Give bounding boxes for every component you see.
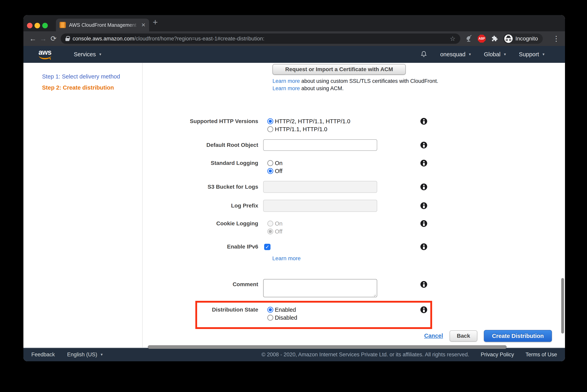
radio-icon[interactable] bbox=[267, 160, 273, 166]
standard-logging-off-option[interactable]: Off bbox=[267, 167, 282, 175]
cookie-logging-off-option: Off bbox=[267, 228, 282, 236]
chevron-down-icon: ▼ bbox=[542, 52, 545, 56]
radio-selected-icon[interactable] bbox=[267, 307, 273, 313]
tab-close-icon[interactable]: ✕ bbox=[141, 22, 146, 28]
field-label: S3 Bucket for Logs bbox=[143, 183, 258, 191]
info-icon[interactable] bbox=[420, 184, 427, 190]
tab-strip: AWS CloudFront Management ✕ + bbox=[24, 15, 565, 31]
create-distribution-button[interactable]: Create Distribution bbox=[484, 330, 552, 342]
comment-textarea[interactable] bbox=[263, 279, 377, 297]
field-label: Cookie Logging bbox=[143, 220, 258, 228]
aws-footer: Feedback English (US) ▼ © 2008 - 2020, A… bbox=[24, 348, 565, 361]
cancel-link[interactable]: Cancel bbox=[419, 332, 448, 340]
aws-navbar: aws Services ▼ onesquad ▼ Global ▼ Suppo… bbox=[24, 46, 565, 63]
address-bar[interactable]: console.aws.amazon.com /cloudfront/home?… bbox=[61, 34, 460, 44]
bookmark-star-icon[interactable]: ☆ bbox=[450, 35, 455, 42]
reload-icon[interactable]: ⟳ bbox=[48, 35, 59, 42]
info-icon[interactable] bbox=[420, 220, 427, 227]
standard-logging-on-option[interactable]: On bbox=[267, 159, 283, 167]
horizontal-scrollbar[interactable] bbox=[148, 345, 507, 349]
info-icon[interactable] bbox=[420, 142, 427, 148]
copyright-text: © 2008 - 2020, Amazon Internet Services … bbox=[261, 352, 469, 358]
http11-radio-option[interactable]: HTTP/1.1, HTTP/1.0 bbox=[267, 125, 327, 133]
aws-logo[interactable]: aws bbox=[39, 49, 53, 60]
sidebar-step-1-link[interactable]: Step 1: Select delivery method bbox=[42, 73, 142, 80]
default-root-object-input[interactable] bbox=[263, 139, 377, 151]
incognito-spy-icon bbox=[504, 34, 513, 43]
satellite-extension-icon[interactable] bbox=[465, 35, 472, 42]
chevron-down-icon: ▼ bbox=[468, 52, 472, 56]
page-content: Step 1: Select delivery method Step 2: C… bbox=[24, 63, 565, 348]
field-label: Standard Logging bbox=[143, 159, 258, 167]
nav-region-menu[interactable]: Global ▼ bbox=[484, 51, 507, 58]
acm-help-text: Learn more about using custom SSL/TLS ce… bbox=[272, 78, 438, 92]
extensions-row: ABP Incognito ⋮ bbox=[465, 34, 560, 44]
url-path: /cloudfront/home?region=us-east-1#create… bbox=[134, 36, 265, 42]
radio-disabled-selected-icon bbox=[267, 228, 273, 234]
forward-icon: → bbox=[38, 35, 48, 42]
browser-window: AWS CloudFront Management ✕ + ← → ⟳ cons… bbox=[24, 15, 565, 361]
language-selector[interactable]: English (US) ▼ bbox=[67, 352, 103, 358]
aws-smile-icon bbox=[39, 56, 51, 59]
radio-icon[interactable] bbox=[267, 126, 273, 132]
window-zoom-button[interactable] bbox=[42, 23, 48, 28]
field-label: Default Root Object bbox=[143, 141, 258, 149]
extensions-puzzle-icon[interactable] bbox=[491, 35, 498, 42]
learn-more-ssl-link[interactable]: Learn more bbox=[272, 78, 300, 84]
info-icon[interactable] bbox=[420, 118, 427, 125]
window-minimize-button[interactable] bbox=[35, 23, 40, 28]
info-icon[interactable] bbox=[420, 281, 427, 288]
http2-radio-option[interactable]: HTTP/2, HTTP/1.1, HTTP/1.0 bbox=[267, 117, 350, 125]
browser-menu-icon[interactable]: ⋮ bbox=[553, 34, 560, 43]
s3-bucket-for-logs-input bbox=[263, 181, 377, 193]
chevron-down-icon: ▼ bbox=[503, 52, 507, 56]
ipv6-learn-more-link[interactable]: Learn more bbox=[272, 255, 301, 262]
incognito-label: Incognito bbox=[515, 36, 538, 42]
window-close-button[interactable] bbox=[27, 23, 33, 28]
adblock-plus-icon[interactable]: ABP bbox=[478, 35, 486, 42]
wizard-steps-sidebar: Step 1: Select delivery method Step 2: C… bbox=[24, 63, 143, 348]
radio-selected-icon[interactable] bbox=[267, 118, 273, 124]
log-prefix-input bbox=[263, 200, 377, 212]
back-button[interactable]: Back bbox=[450, 330, 477, 342]
vertical-scrollbar[interactable] bbox=[561, 278, 564, 334]
privacy-policy-link[interactable]: Privacy Policy bbox=[481, 352, 514, 358]
distribution-state-enabled-option[interactable]: Enabled bbox=[267, 306, 296, 314]
terms-of-use-link[interactable]: Terms of Use bbox=[525, 352, 557, 358]
field-label: Comment bbox=[143, 280, 258, 288]
incognito-badge: Incognito bbox=[503, 34, 543, 44]
info-icon[interactable] bbox=[420, 202, 427, 209]
field-label: Distribution State bbox=[143, 306, 258, 314]
lock-icon[interactable] bbox=[66, 36, 70, 41]
field-label: Enable IPv6 bbox=[143, 243, 258, 251]
radio-selected-icon[interactable] bbox=[267, 168, 273, 174]
feedback-link[interactable]: Feedback bbox=[31, 352, 55, 358]
browser-tab[interactable]: AWS CloudFront Management ✕ bbox=[56, 19, 149, 31]
distribution-state-disabled-option[interactable]: Disabled bbox=[267, 314, 297, 322]
nav-support-menu[interactable]: Support ▼ bbox=[519, 51, 545, 58]
chevron-down-icon: ▼ bbox=[100, 353, 103, 357]
cookie-logging-on-option: On bbox=[267, 220, 283, 228]
notifications-bell-icon[interactable] bbox=[420, 50, 428, 59]
radio-disabled-icon bbox=[267, 220, 273, 226]
radio-icon[interactable] bbox=[267, 315, 273, 321]
highlight-annotation-box bbox=[195, 301, 432, 329]
back-icon[interactable]: ← bbox=[28, 35, 38, 42]
request-acm-certificate-button[interactable]: Request or Import a Certificate with ACM bbox=[272, 64, 406, 75]
chevron-down-icon: ▼ bbox=[99, 52, 102, 56]
field-label: Supported HTTP Versions bbox=[143, 117, 258, 125]
info-icon[interactable] bbox=[420, 243, 427, 250]
create-distribution-form: Request or Import a Certificate with ACM… bbox=[143, 63, 565, 348]
info-icon[interactable] bbox=[420, 160, 427, 166]
tab-title: AWS CloudFront Management bbox=[69, 22, 139, 28]
enable-ipv6-checkbox[interactable]: ✓ bbox=[264, 244, 271, 250]
field-label: Log Prefix bbox=[143, 202, 258, 210]
nav-account-menu[interactable]: onesquad ▼ bbox=[440, 51, 472, 58]
sidebar-step-2-current: Step 2: Create distribution bbox=[42, 84, 142, 91]
cloudfront-favicon-icon bbox=[60, 22, 66, 28]
nav-services-menu[interactable]: Services ▼ bbox=[74, 51, 102, 58]
learn-more-acm-link[interactable]: Learn more bbox=[272, 86, 300, 91]
info-icon[interactable] bbox=[420, 306, 427, 313]
new-tab-button[interactable]: + bbox=[153, 18, 158, 26]
browser-toolbar: ← → ⟳ console.aws.amazon.com /cloudfront… bbox=[24, 31, 565, 46]
